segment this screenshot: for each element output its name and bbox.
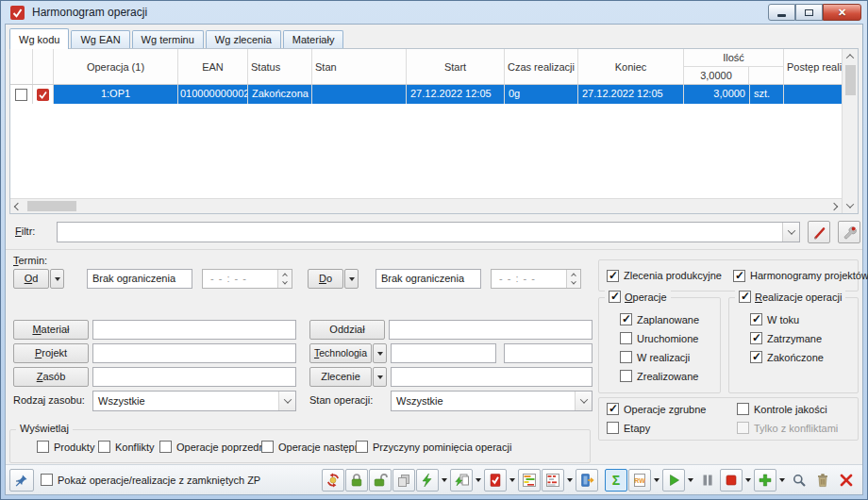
unlock-button[interactable] bbox=[369, 469, 392, 492]
stop-button[interactable] bbox=[720, 469, 743, 492]
start-button[interactable] bbox=[662, 469, 685, 492]
complete-operation-button[interactable] bbox=[484, 469, 507, 492]
pin-button[interactable] bbox=[9, 469, 34, 492]
w-toku-checkbox[interactable]: W toku bbox=[750, 313, 799, 325]
col-start[interactable]: Start bbox=[407, 49, 505, 84]
preview-button[interactable] bbox=[788, 469, 810, 492]
rw-document-dropdown[interactable] bbox=[652, 469, 661, 492]
col-ean[interactable]: EAN bbox=[178, 49, 248, 84]
gantt-conflicts-dropdown[interactable] bbox=[565, 469, 575, 492]
row-checkbox[interactable] bbox=[15, 89, 27, 101]
konflikty-checkbox[interactable]: Konflikty bbox=[98, 441, 155, 453]
stop-dropdown[interactable] bbox=[743, 469, 753, 492]
stan-operacji-select[interactable]: Wszystkie bbox=[391, 391, 593, 411]
horizontal-scrollbar[interactable] bbox=[10, 198, 842, 213]
refresh-button[interactable] bbox=[322, 469, 344, 492]
od-time-field[interactable]: - - : - - bbox=[202, 269, 292, 289]
od-time-spinner[interactable] bbox=[277, 270, 292, 288]
complete-operation-dropdown[interactable] bbox=[508, 469, 517, 492]
do-dropdown-button[interactable] bbox=[344, 269, 359, 289]
run-batch-dropdown[interactable] bbox=[474, 469, 483, 492]
do-time-spinner[interactable] bbox=[566, 270, 580, 288]
tab-wg-terminu[interactable]: Wg terminu bbox=[132, 30, 204, 48]
zlecenia-produkcyjne-checkbox[interactable]: Zlecenia produkcyjne bbox=[607, 270, 722, 282]
chevron-down-icon[interactable] bbox=[278, 392, 295, 410]
do-button[interactable]: Do bbox=[308, 269, 343, 289]
close-button[interactable]: ✕ bbox=[823, 4, 861, 21]
uruchomione-checkbox[interactable]: Uruchomione bbox=[620, 332, 698, 344]
material-field[interactable] bbox=[92, 320, 296, 340]
filter-apply-button[interactable] bbox=[808, 221, 830, 243]
title-bar[interactable]: Harmonogram operacji ✕ bbox=[5, 1, 863, 24]
rw-document-button[interactable]: RW bbox=[628, 469, 651, 492]
col-status[interactable]: Status bbox=[248, 49, 312, 84]
projekt-field[interactable] bbox=[92, 343, 296, 363]
col-postep[interactable]: Postęp realizacji bbox=[784, 49, 842, 84]
zasob-field[interactable] bbox=[92, 367, 296, 387]
tab-wg-kodu[interactable]: Wg kodu bbox=[9, 28, 69, 49]
col-operacja[interactable]: Operacja (1) bbox=[54, 49, 178, 84]
zlecenie-dropdown-button[interactable] bbox=[373, 367, 387, 387]
etapy-checkbox[interactable]: Etapy bbox=[607, 422, 650, 434]
rodzaj-zasobu-select[interactable]: Wszystkie bbox=[92, 391, 296, 411]
resources-button[interactable] bbox=[576, 469, 598, 492]
oddzial-field[interactable] bbox=[389, 320, 593, 340]
filter-combobox[interactable] bbox=[57, 222, 800, 242]
lock-button[interactable] bbox=[345, 469, 368, 492]
col-czas-realizacji[interactable]: Czas realizacji bbox=[505, 49, 578, 84]
zatrzymane-checkbox[interactable]: Zatrzymane bbox=[750, 332, 822, 344]
zrealizowane-checkbox[interactable]: Zrealizowane bbox=[620, 370, 698, 382]
run-operation-button[interactable] bbox=[416, 469, 439, 492]
pause-button[interactable] bbox=[696, 469, 719, 492]
filter-dropdown-button[interactable] bbox=[782, 223, 799, 242]
start-dropdown[interactable] bbox=[686, 469, 695, 492]
operacje-poprzednie-checkbox[interactable]: Operacje poprzednie bbox=[159, 441, 273, 453]
vertical-scrollbar[interactable] bbox=[842, 49, 858, 213]
table-row[interactable]: 1:OP1 010000000002 Zakończona 27.12.2022… bbox=[10, 85, 842, 104]
technologia-field-1[interactable] bbox=[391, 343, 496, 363]
od-dropdown-button[interactable] bbox=[50, 269, 64, 289]
filter-builder-button[interactable] bbox=[838, 221, 860, 243]
run-batch-button[interactable] bbox=[450, 469, 473, 492]
zlecenie-field[interactable] bbox=[391, 367, 593, 387]
zlecenie-button[interactable]: Zlecenie bbox=[309, 367, 372, 387]
produkty-checkbox[interactable]: Produkty bbox=[37, 441, 94, 453]
add-button[interactable] bbox=[754, 469, 776, 492]
maximize-button[interactable] bbox=[795, 4, 823, 21]
chevron-down-icon[interactable] bbox=[575, 392, 592, 410]
technologia-field-2[interactable] bbox=[504, 343, 593, 363]
copy-button[interactable] bbox=[392, 469, 415, 492]
scroll-down-icon[interactable] bbox=[843, 198, 858, 213]
gantt-chart-button[interactable] bbox=[518, 469, 541, 492]
sum-button[interactable]: Σ bbox=[605, 469, 627, 492]
material-button[interactable]: Materiał bbox=[13, 320, 89, 340]
hscroll-thumb[interactable] bbox=[27, 201, 76, 211]
scroll-left-icon[interactable] bbox=[10, 199, 25, 214]
minimize-button[interactable] bbox=[768, 4, 795, 21]
run-operation-dropdown[interactable] bbox=[440, 469, 449, 492]
realizacje-group-checkbox[interactable]: Realizacje operacji bbox=[735, 291, 845, 303]
od-button[interactable]: Od bbox=[13, 269, 49, 289]
operacje-zgrubne-checkbox[interactable]: Operacje zgrubne bbox=[607, 403, 706, 415]
operacje-nastepne-checkbox[interactable]: Operacje następne bbox=[261, 441, 366, 453]
vscroll-thumb[interactable] bbox=[845, 65, 856, 95]
add-dropdown[interactable] bbox=[777, 469, 787, 492]
do-date-field[interactable]: Brak ograniczenia bbox=[376, 269, 481, 289]
delete-button[interactable] bbox=[811, 469, 834, 492]
scroll-up-icon[interactable] bbox=[843, 49, 858, 64]
zakonczone-checkbox[interactable]: Zakończone bbox=[750, 351, 824, 363]
projekt-button[interactable]: Projekt bbox=[13, 343, 89, 363]
col-ilosc[interactable]: Ilość 3,0000 bbox=[684, 49, 784, 84]
gantt-conflicts-button[interactable] bbox=[542, 469, 564, 492]
pokaz-zamkniete-zp-checkbox[interactable]: Pokaż operacje/realizacje z zamkniętych … bbox=[41, 474, 260, 486]
od-date-field[interactable]: Brak ograniczenia bbox=[87, 269, 192, 289]
col-icon[interactable] bbox=[33, 49, 54, 84]
kontrole-jakosci-checkbox[interactable]: Kontrole jakości bbox=[737, 403, 827, 415]
col-stan[interactable]: Stan bbox=[312, 49, 407, 84]
tab-wg-ean[interactable]: Wg EAN bbox=[71, 30, 129, 48]
do-time-field[interactable]: - - : - - bbox=[491, 269, 581, 289]
zaplanowane-checkbox[interactable]: Zaplanowane bbox=[620, 313, 699, 325]
operacje-group-checkbox[interactable]: Operacje bbox=[605, 291, 671, 303]
technologia-dropdown-button[interactable] bbox=[373, 343, 387, 363]
harmonogramy-projektow-checkbox[interactable]: Harmonogramy projektów bbox=[733, 270, 868, 282]
